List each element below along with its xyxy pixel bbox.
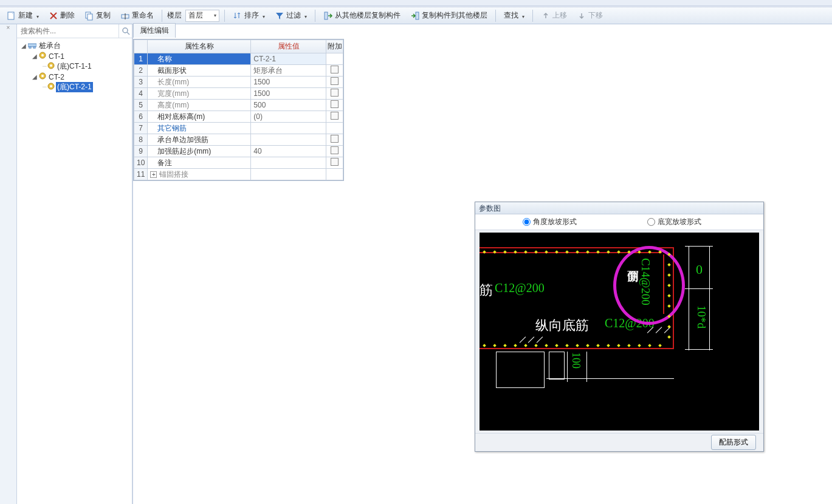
sort-label: 排序 [244, 10, 259, 21]
arrow-up-icon [541, 11, 551, 21]
col-value: 属性值 [251, 40, 326, 53]
tree-panel: ◢ 桩承台 ◢ CT-1 ┈ (底)CT-1-1 ◢ CT-2 ┈ [17, 24, 132, 504]
tree-line: ┈ [43, 63, 46, 70]
rebar-diagram-canvas[interactable]: 筋 C12@200 纵向底筋 C12@200 侧面筋 C14@200 0 10*… [480, 233, 759, 431]
table-row[interactable]: 2 截面形状 矩形承台 [134, 65, 343, 77]
close-corner-icon[interactable]: × [0, 24, 16, 34]
tree-ct1-label: CT-1 [47, 52, 66, 61]
table-row[interactable]: 1 名称 CT-2-1 [134, 53, 343, 65]
gear-icon [39, 72, 46, 81]
property-table[interactable]: 属性名称 属性值 附加 1 名称 CT-2-1 2 截面形状 矩形承台 [133, 39, 344, 181]
panel-title[interactable]: 参数图 [475, 202, 763, 214]
menubar-stub [0, 0, 832, 6]
arrow-down-icon [577, 11, 586, 21]
chevron-down-icon[interactable] [261, 12, 265, 20]
sort-icon [233, 11, 242, 21]
table-row[interactable]: 8 承台单边加强筋 [134, 134, 343, 146]
table-row[interactable]: 6 相对底标高(m) (0) [134, 111, 343, 123]
tree-ct1[interactable]: ◢ CT-1 [18, 51, 131, 61]
table-header: 属性名称 属性值 附加 [134, 40, 343, 53]
copy-to-label: 复制构件到其他楼层 [422, 10, 487, 21]
new-icon [7, 11, 16, 21]
tree-ct2-child-label: (底)CT-2-1 [56, 82, 93, 92]
diagram-dim-zero: 0 [696, 262, 703, 278]
left-gutter: × [0, 24, 17, 504]
table-row[interactable]: 4 宽度(mm) 1500 [134, 88, 343, 100]
col-name: 属性名称 [148, 40, 251, 53]
new-label: 新建 [18, 10, 33, 21]
tree-root-label: 桩承台 [38, 41, 62, 51]
delete-button[interactable]: 删除 [46, 9, 78, 22]
new-button[interactable]: 新建 [4, 9, 42, 22]
tree-root[interactable]: ◢ 桩承台 [18, 41, 131, 51]
copy-label: 复制 [96, 10, 111, 21]
move-up-button[interactable]: 上移 [538, 9, 570, 22]
floor-label: 楼层 [167, 10, 182, 21]
chevron-down-icon[interactable] [520, 12, 524, 20]
separator [162, 10, 162, 22]
chevron-down-icon[interactable] [303, 12, 307, 20]
checkbox-icon [331, 77, 339, 85]
sort-button[interactable]: 排序 [230, 9, 268, 22]
svg-point-7 [123, 28, 128, 33]
copy-to-icon [410, 11, 420, 21]
collapse-icon[interactable]: ◢ [21, 43, 27, 49]
floor-select[interactable]: 首层 ▾ [185, 10, 219, 22]
table-row[interactable]: 9 加强筋起步(mm) 40 [134, 146, 343, 157]
collapse-icon[interactable]: ◢ [32, 53, 38, 60]
rename-label: 重命名 [132, 10, 154, 21]
checkbox-icon [331, 135, 339, 143]
parameter-diagram-panel[interactable]: 参数图 角度放坡形式 底宽放坡形式 筋 C12@200 纵向底筋 C12@200… [475, 202, 764, 452]
tree-ct2-label: CT-2 [47, 73, 66, 81]
svg-point-15 [50, 64, 52, 67]
tree-ct1-child[interactable]: ┈ (底)CT-1-1 [18, 61, 131, 72]
chevron-down-icon[interactable] [35, 12, 39, 20]
copy-button[interactable]: 复制 [81, 9, 114, 22]
table-row[interactable]: 5 高度(mm) 500 [134, 100, 343, 111]
svg-point-17 [41, 75, 44, 77]
rebar-form-button[interactable]: 配筋形式 [711, 435, 756, 450]
checkbox-icon [331, 146, 339, 154]
copy-icon [84, 11, 94, 21]
copy-from-label: 从其他楼层复制构件 [335, 10, 401, 21]
table-row[interactable]: 3 长度(mm) 1500 [134, 77, 343, 88]
col-extra: 附加 [326, 40, 343, 53]
component-tree[interactable]: ◢ 桩承台 ◢ CT-1 ┈ (底)CT-1-1 ◢ CT-2 ┈ [17, 38, 132, 504]
checkbox-icon [331, 158, 339, 166]
radio-angle-slope[interactable]: 角度放坡形式 [523, 217, 577, 227]
rename-button[interactable]: 重命名 [117, 9, 157, 22]
svg-rect-2 [88, 14, 92, 20]
checkbox-icon [331, 100, 339, 108]
tree-ct2[interactable]: ◢ CT-2 [18, 72, 131, 82]
search-icon[interactable] [119, 24, 132, 38]
tree-line: ┈ [43, 83, 46, 91]
copy-from-other-button[interactable]: 从其他楼层复制构件 [320, 9, 404, 22]
copy-to-other-button[interactable]: 复制构件到其他楼层 [407, 9, 490, 22]
find-label: 查找 [504, 10, 518, 21]
svg-rect-10 [29, 47, 31, 49]
move-down-button[interactable]: 下移 [574, 9, 606, 22]
separator [532, 10, 533, 22]
find-button[interactable]: 查找 [501, 9, 528, 22]
tree-ct2-child[interactable]: ┈ (底)CT-2-1 [18, 82, 131, 92]
svg-rect-11 [33, 47, 35, 49]
separator [315, 10, 315, 22]
diagram-value: C12@200 [495, 281, 545, 295]
search-bar [17, 24, 132, 38]
filter-label: 过滤 [286, 10, 301, 21]
table-row[interactable]: 11 +锚固搭接 [134, 169, 343, 180]
svg-rect-9 [28, 44, 36, 47]
filter-button[interactable]: 过滤 [272, 9, 310, 22]
tab-property-edit[interactable]: 属性编辑 [133, 23, 176, 38]
collapse-icon[interactable]: ◢ [32, 73, 38, 80]
floor-value: 首层 [188, 10, 203, 21]
table-row[interactable]: 7 其它钢筋 [134, 123, 343, 134]
diagram-label: 筋 [480, 281, 493, 299]
slope-radio-group: 角度放坡形式 底宽放坡形式 [475, 214, 763, 230]
table-row[interactable]: 10 备注 [134, 157, 343, 169]
delete-label: 删除 [60, 10, 75, 21]
svg-point-13 [41, 54, 44, 56]
expand-icon[interactable]: + [150, 171, 157, 178]
search-input[interactable] [17, 24, 119, 38]
radio-width-slope[interactable]: 底宽放坡形式 [647, 217, 701, 227]
